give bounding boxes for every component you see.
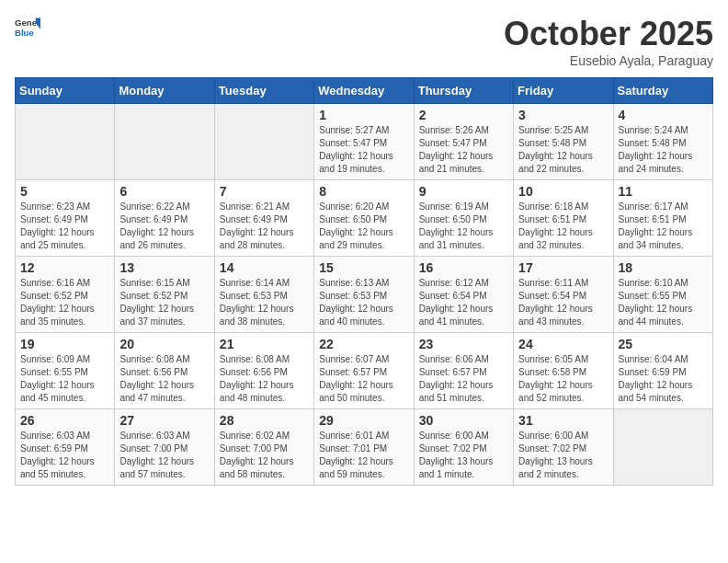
- day-info: Sunrise: 6:21 AM Sunset: 6:49 PM Dayligh…: [220, 201, 309, 252]
- day-number: 8: [319, 184, 408, 199]
- day-number: 11: [619, 184, 708, 199]
- day-info: Sunrise: 6:07 AM Sunset: 6:57 PM Dayligh…: [319, 353, 408, 405]
- title-area: October 2025 Eusebio Ayala, Paraguay: [504, 15, 713, 68]
- day-number: 2: [419, 108, 508, 122]
- day-number: 17: [518, 260, 608, 275]
- day-info: Sunrise: 6:22 AM Sunset: 6:49 PM Dayligh…: [119, 201, 209, 252]
- calendar-cell: 4Sunrise: 5:24 AM Sunset: 5:48 PM Daylig…: [613, 104, 712, 180]
- day-number: 23: [419, 337, 508, 351]
- calendar-cell: 7Sunrise: 6:21 AM Sunset: 6:49 PM Daylig…: [214, 180, 313, 257]
- weekday-header: Monday: [115, 78, 214, 104]
- day-number: 4: [619, 108, 708, 122]
- weekday-header: Wednesday: [314, 78, 414, 104]
- day-info: Sunrise: 6:00 AM Sunset: 7:02 PM Dayligh…: [518, 430, 608, 481]
- day-info: Sunrise: 6:12 AM Sunset: 6:54 PM Dayligh…: [419, 277, 508, 328]
- calendar-cell: 23Sunrise: 6:06 AM Sunset: 6:57 PM Dayli…: [414, 333, 513, 409]
- day-number: 1: [319, 108, 408, 122]
- day-number: 22: [319, 337, 408, 351]
- day-number: 3: [518, 108, 608, 122]
- calendar-cell: 11Sunrise: 6:17 AM Sunset: 6:51 PM Dayli…: [613, 180, 712, 257]
- calendar-week-row: 5Sunrise: 6:23 AM Sunset: 6:49 PM Daylig…: [16, 180, 713, 257]
- calendar-cell: 20Sunrise: 6:08 AM Sunset: 6:56 PM Dayli…: [115, 333, 214, 409]
- calendar-cell: 6Sunrise: 6:22 AM Sunset: 6:49 PM Daylig…: [115, 180, 214, 257]
- day-info: Sunrise: 5:26 AM Sunset: 5:47 PM Dayligh…: [419, 124, 508, 176]
- calendar-cell: 2Sunrise: 5:26 AM Sunset: 5:47 PM Daylig…: [414, 104, 513, 180]
- weekday-header: Tuesday: [214, 78, 313, 104]
- day-number: 25: [619, 337, 708, 351]
- day-info: Sunrise: 6:05 AM Sunset: 6:58 PM Dayligh…: [518, 353, 608, 405]
- day-number: 5: [20, 184, 109, 199]
- day-info: Sunrise: 5:25 AM Sunset: 5:48 PM Dayligh…: [518, 124, 608, 176]
- calendar-cell: 12Sunrise: 6:16 AM Sunset: 6:52 PM Dayli…: [16, 257, 115, 333]
- weekday-header: Thursday: [414, 78, 513, 104]
- calendar-week-row: 19Sunrise: 6:09 AM Sunset: 6:55 PM Dayli…: [16, 333, 713, 409]
- day-number: 28: [220, 413, 309, 428]
- calendar-cell: 24Sunrise: 6:05 AM Sunset: 6:58 PM Dayli…: [514, 333, 613, 409]
- weekday-header: Sunday: [16, 78, 115, 104]
- calendar-cell: 13Sunrise: 6:15 AM Sunset: 6:52 PM Dayli…: [115, 257, 214, 333]
- day-number: 16: [419, 260, 508, 275]
- calendar-table: SundayMondayTuesdayWednesdayThursdayFrid…: [15, 77, 713, 486]
- calendar-cell: 31Sunrise: 6:00 AM Sunset: 7:02 PM Dayli…: [514, 409, 613, 486]
- weekday-header: Saturday: [613, 78, 712, 104]
- day-info: Sunrise: 6:02 AM Sunset: 7:00 PM Dayligh…: [220, 430, 309, 481]
- day-number: 27: [119, 413, 209, 428]
- calendar-cell: 8Sunrise: 6:20 AM Sunset: 6:50 PM Daylig…: [314, 180, 414, 257]
- day-info: Sunrise: 6:16 AM Sunset: 6:52 PM Dayligh…: [20, 277, 109, 328]
- day-number: 29: [319, 413, 408, 428]
- calendar-cell: [613, 409, 712, 486]
- day-info: Sunrise: 6:08 AM Sunset: 6:56 PM Dayligh…: [220, 353, 309, 405]
- calendar-cell: 19Sunrise: 6:09 AM Sunset: 6:55 PM Dayli…: [16, 333, 115, 409]
- day-number: 19: [20, 337, 109, 351]
- calendar-cell: 18Sunrise: 6:10 AM Sunset: 6:55 PM Dayli…: [613, 257, 712, 333]
- day-info: Sunrise: 6:15 AM Sunset: 6:52 PM Dayligh…: [119, 277, 209, 328]
- page-header: General Blue October 2025 Eusebio Ayala,…: [15, 15, 713, 68]
- day-info: Sunrise: 6:18 AM Sunset: 6:51 PM Dayligh…: [518, 201, 608, 252]
- calendar-cell: 26Sunrise: 6:03 AM Sunset: 6:59 PM Dayli…: [16, 409, 115, 486]
- calendar-cell: [16, 104, 115, 180]
- calendar-cell: 21Sunrise: 6:08 AM Sunset: 6:56 PM Dayli…: [214, 333, 313, 409]
- month-title: October 2025: [504, 15, 713, 53]
- calendar-cell: 25Sunrise: 6:04 AM Sunset: 6:59 PM Dayli…: [613, 333, 712, 409]
- day-number: 30: [419, 413, 508, 428]
- weekday-header: Friday: [514, 78, 613, 104]
- day-number: 31: [518, 413, 608, 428]
- calendar-cell: 10Sunrise: 6:18 AM Sunset: 6:51 PM Dayli…: [514, 180, 613, 257]
- calendar-cell: [214, 104, 313, 180]
- location-subtitle: Eusebio Ayala, Paraguay: [504, 53, 713, 68]
- calendar-cell: 14Sunrise: 6:14 AM Sunset: 6:53 PM Dayli…: [214, 257, 313, 333]
- weekday-header-row: SundayMondayTuesdayWednesdayThursdayFrid…: [16, 78, 713, 104]
- day-info: Sunrise: 6:10 AM Sunset: 6:55 PM Dayligh…: [619, 277, 708, 328]
- day-number: 18: [619, 260, 708, 275]
- calendar-week-row: 12Sunrise: 6:16 AM Sunset: 6:52 PM Dayli…: [16, 257, 713, 333]
- calendar-cell: 3Sunrise: 5:25 AM Sunset: 5:48 PM Daylig…: [514, 104, 613, 180]
- day-number: 24: [518, 337, 608, 351]
- calendar-cell: 27Sunrise: 6:03 AM Sunset: 7:00 PM Dayli…: [115, 409, 214, 486]
- day-info: Sunrise: 6:00 AM Sunset: 7:02 PM Dayligh…: [419, 430, 508, 481]
- day-number: 10: [518, 184, 608, 199]
- svg-text:Blue: Blue: [15, 28, 34, 38]
- day-number: 14: [220, 260, 309, 275]
- day-info: Sunrise: 5:24 AM Sunset: 5:48 PM Dayligh…: [619, 124, 708, 176]
- day-info: Sunrise: 6:20 AM Sunset: 6:50 PM Dayligh…: [319, 201, 408, 252]
- calendar-cell: 15Sunrise: 6:13 AM Sunset: 6:53 PM Dayli…: [314, 257, 414, 333]
- day-info: Sunrise: 6:14 AM Sunset: 6:53 PM Dayligh…: [220, 277, 309, 328]
- calendar-cell: 5Sunrise: 6:23 AM Sunset: 6:49 PM Daylig…: [16, 180, 115, 257]
- logo-icon: General Blue: [15, 15, 40, 40]
- day-number: 7: [220, 184, 309, 199]
- day-info: Sunrise: 6:09 AM Sunset: 6:55 PM Dayligh…: [20, 353, 109, 405]
- calendar-cell: 1Sunrise: 5:27 AM Sunset: 5:47 PM Daylig…: [314, 104, 414, 180]
- day-number: 9: [419, 184, 508, 199]
- day-number: 26: [20, 413, 109, 428]
- calendar-cell: 28Sunrise: 6:02 AM Sunset: 7:00 PM Dayli…: [214, 409, 313, 486]
- day-info: Sunrise: 6:03 AM Sunset: 7:00 PM Dayligh…: [119, 430, 209, 481]
- calendar-cell: 29Sunrise: 6:01 AM Sunset: 7:01 PM Dayli…: [314, 409, 414, 486]
- day-number: 12: [20, 260, 109, 275]
- day-number: 13: [119, 260, 209, 275]
- day-info: Sunrise: 6:04 AM Sunset: 6:59 PM Dayligh…: [619, 353, 708, 405]
- day-info: Sunrise: 6:08 AM Sunset: 6:56 PM Dayligh…: [119, 353, 209, 405]
- day-number: 20: [119, 337, 209, 351]
- logo: General Blue: [15, 15, 40, 40]
- calendar-cell: 17Sunrise: 6:11 AM Sunset: 6:54 PM Dayli…: [514, 257, 613, 333]
- day-info: Sunrise: 5:27 AM Sunset: 5:47 PM Dayligh…: [319, 124, 408, 176]
